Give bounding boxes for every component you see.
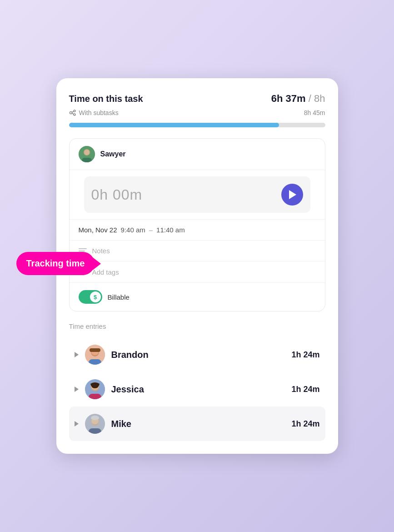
subtask-row: With subtasks 8h 45m <box>69 109 325 116</box>
svg-point-1 <box>74 110 75 112</box>
svg-rect-7 <box>82 158 92 162</box>
entry-row-brandon[interactable]: Brandon 1h 24m <box>69 337 325 372</box>
entry-name-mike: Mike <box>111 419 285 429</box>
svg-point-9 <box>85 150 89 154</box>
expand-chevron-brandon[interactable] <box>75 352 79 357</box>
main-card: Tracking time Time on this task 6h 37m /… <box>56 78 338 454</box>
current-time: 6h 37m <box>271 93 306 104</box>
svg-point-24 <box>91 416 99 420</box>
total-time: 8h <box>314 93 325 104</box>
progress-bar-container <box>69 123 325 127</box>
user-name: Sawyer <box>100 150 126 158</box>
time-display: 6h 37m / 8h <box>271 93 325 105</box>
time-entry-row: Mon, Nov 22 9:40 am – 11:40 am <box>70 219 325 240</box>
progress-bar-fill <box>69 123 279 127</box>
timer-section: 0h 00m <box>70 170 325 219</box>
task-title: Time on this task <box>69 94 143 104</box>
entry-name-jessica: Jessica <box>111 384 285 395</box>
svg-rect-23 <box>89 428 101 434</box>
svg-point-2 <box>74 114 75 115</box>
entry-row-mike[interactable]: Mike 1h 24m <box>69 407 325 441</box>
tags-row[interactable]: Add tags <box>70 261 325 282</box>
svg-rect-14 <box>89 359 101 365</box>
entry-time-from[interactable]: 9:40 am <box>121 226 145 234</box>
avatar-mike <box>85 414 105 434</box>
tracking-time-tooltip: Tracking time <box>16 252 95 275</box>
avatar-jessica <box>85 379 105 399</box>
subtask-icon <box>69 109 76 116</box>
svg-rect-15 <box>90 348 100 352</box>
notes-placeholder: Notes <box>92 247 110 255</box>
entry-time-jessica: 1h 24m <box>291 385 319 394</box>
entry-time-mike: 1h 24m <box>291 419 319 429</box>
svg-line-4 <box>72 113 74 114</box>
avatar-brandon <box>85 345 105 365</box>
entry-time-to[interactable]: 11:40 am <box>156 226 185 234</box>
svg-point-0 <box>70 112 72 114</box>
play-icon <box>289 190 296 199</box>
entry-date: Mon, Nov 22 <box>79 226 117 234</box>
time-dash: – <box>149 226 153 234</box>
time-entries-section: Time entries Brandon 1h 24m <box>69 322 325 441</box>
expand-chevron-jessica[interactable] <box>75 386 79 392</box>
expand-chevron-mike[interactable] <box>75 421 79 427</box>
dollar-sign: $ <box>94 294 97 301</box>
sawyer-avatar-image <box>79 146 95 162</box>
jessica-avatar-image <box>85 379 105 399</box>
time-range: Mon, Nov 22 9:40 am – 11:40 am <box>79 226 316 234</box>
entry-time-brandon: 1h 24m <box>291 350 319 360</box>
time-divider: / <box>309 93 314 104</box>
avatar-sawyer <box>79 146 95 162</box>
billable-toggle[interactable]: $ <box>79 290 102 304</box>
user-card: Sawyer 0h 00m Mon, Nov 22 9:40 am – 11:4… <box>69 138 325 311</box>
timer-area: 0h 00m <box>84 176 310 213</box>
svg-rect-19 <box>89 394 101 399</box>
billable-toggle-knob: $ <box>90 291 101 302</box>
billable-label: Billable <box>108 293 130 301</box>
subtask-left: With subtasks <box>69 109 119 116</box>
svg-line-3 <box>72 111 74 112</box>
notes-row[interactable]: Notes <box>70 240 325 261</box>
user-card-header: Sawyer <box>70 139 325 170</box>
play-button[interactable] <box>281 184 303 206</box>
subtask-label: With subtasks <box>79 109 119 116</box>
entry-row-jessica[interactable]: Jessica 1h 24m <box>69 372 325 407</box>
brandon-avatar-image <box>85 345 105 365</box>
subtask-time: 8h 45m <box>304 109 325 116</box>
entries-section-title: Time entries <box>69 322 325 330</box>
billable-row: $ Billable <box>70 282 325 311</box>
header-row: Time on this task 6h 37m / 8h <box>69 93 325 105</box>
entry-name-brandon: Brandon <box>111 350 285 360</box>
mike-avatar-image <box>85 414 105 434</box>
timer-display: 0h 00m <box>91 186 143 203</box>
